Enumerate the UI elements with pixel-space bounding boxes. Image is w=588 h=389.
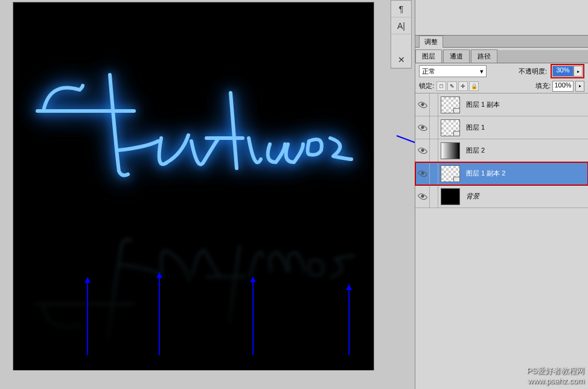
layer-name[interactable]: 背景 bbox=[466, 192, 479, 201]
layers-list: 图层 1 副本 图层 1 图层 2 图层 1 副本 2 背景 bbox=[415, 93, 588, 208]
watermark-url: www.psahz.com bbox=[527, 376, 584, 385]
annotation-arrow-icon bbox=[346, 284, 352, 290]
visibility-toggle[interactable] bbox=[415, 93, 430, 116]
annotation-line bbox=[348, 290, 350, 355]
layer-row[interactable]: 背景 bbox=[415, 185, 588, 208]
fill-input[interactable]: 100% bbox=[552, 81, 574, 92]
tool-strip: ¶ A| ✕ bbox=[391, 0, 412, 69]
fill-label: 填充: bbox=[535, 81, 551, 90]
annotation-line bbox=[87, 283, 88, 355]
watermark: PS爱好者教程网 www.psahz.com bbox=[527, 365, 584, 385]
lock-position-icon[interactable]: ✛ bbox=[458, 81, 468, 91]
layer-name[interactable]: 图层 2 bbox=[466, 146, 485, 155]
annotation-arrow-icon bbox=[156, 272, 162, 278]
adjustments-panel-tab[interactable]: 调整 bbox=[415, 35, 588, 48]
eye-icon bbox=[417, 100, 427, 110]
opacity-input[interactable]: 30% bbox=[552, 66, 574, 77]
lock-pixels-icon[interactable]: ✎ bbox=[447, 81, 457, 91]
watermark-title: PS爱好者教程网 bbox=[527, 365, 584, 376]
opacity-flyout-arrow[interactable]: ▸ bbox=[574, 66, 583, 77]
lock-icons: □ ✎ ✛ 🔒 bbox=[436, 81, 479, 91]
eye-icon bbox=[417, 168, 427, 179]
canvas-document[interactable] bbox=[13, 2, 374, 370]
layer-thumbnail[interactable] bbox=[441, 142, 460, 159]
visibility-toggle[interactable] bbox=[415, 116, 430, 139]
text-tool-icon[interactable]: A| bbox=[391, 17, 411, 34]
visibility-toggle[interactable] bbox=[415, 185, 430, 207]
visibility-toggle[interactable] bbox=[415, 162, 430, 185]
reflection-fade bbox=[13, 226, 374, 370]
annotation-arrow-icon bbox=[85, 277, 91, 283]
opacity-label: 不透明度: bbox=[519, 67, 547, 76]
link-col[interactable] bbox=[430, 185, 438, 207]
tab-layers[interactable]: 图层 bbox=[415, 49, 442, 63]
layer-row[interactable]: 图层 1 bbox=[415, 116, 588, 139]
visibility-toggle[interactable] bbox=[415, 139, 430, 162]
lock-fill-row: 锁定: □ ✎ ✛ 🔒 填充: 100% ▸ bbox=[415, 79, 588, 93]
layer-thumbnail[interactable] bbox=[441, 96, 460, 113]
annotation-line bbox=[159, 278, 160, 355]
tab-channels[interactable]: 通道 bbox=[443, 49, 470, 63]
layer-thumbnail[interactable] bbox=[441, 119, 460, 136]
layer-row-selected[interactable]: 图层 1 副本 2 bbox=[415, 162, 588, 185]
layer-name[interactable]: 图层 1 副本 2 bbox=[466, 169, 505, 178]
tab-paths[interactable]: 路径 bbox=[471, 49, 497, 63]
lock-label: 锁定: bbox=[419, 81, 434, 90]
eye-icon bbox=[417, 122, 427, 133]
eye-icon bbox=[417, 145, 427, 156]
panel-tabs: 图层 通道 路径 bbox=[415, 50, 588, 63]
link-col[interactable] bbox=[430, 139, 438, 162]
lock-transparency-icon[interactable]: □ bbox=[436, 81, 446, 91]
lock-all-icon[interactable]: 🔒 bbox=[469, 81, 479, 91]
layer-thumbnail[interactable] bbox=[441, 165, 460, 182]
paragraph-tool-icon[interactable]: ¶ bbox=[391, 1, 411, 17]
neon-text-artwork bbox=[25, 39, 363, 195]
opacity-highlight-box: 30% ▸ bbox=[551, 64, 584, 78]
link-col[interactable] bbox=[430, 162, 438, 185]
link-col[interactable] bbox=[430, 93, 438, 116]
right-panel: 调整 图层 通道 路径 正常 不透明度: 30% ▸ 锁定: □ ✎ ✛ 🔒 填… bbox=[415, 0, 588, 389]
layer-row[interactable]: 图层 1 副本 bbox=[415, 93, 588, 116]
layer-name[interactable]: 图层 1 bbox=[466, 123, 485, 132]
eye-icon bbox=[417, 191, 427, 201]
fill-flyout-arrow[interactable]: ▸ bbox=[575, 81, 584, 92]
annotation-arrow-icon bbox=[250, 276, 256, 282]
blend-opacity-row: 正常 不透明度: 30% ▸ bbox=[415, 63, 588, 79]
tools-icon[interactable]: ✕ bbox=[391, 51, 411, 68]
blend-mode-select[interactable]: 正常 bbox=[419, 65, 487, 77]
layer-name[interactable]: 图层 1 副本 bbox=[466, 100, 500, 109]
layer-thumbnail[interactable] bbox=[441, 188, 460, 205]
link-col[interactable] bbox=[430, 116, 438, 139]
annotation-line bbox=[252, 282, 254, 355]
layer-row[interactable]: 图层 2 bbox=[415, 139, 588, 162]
